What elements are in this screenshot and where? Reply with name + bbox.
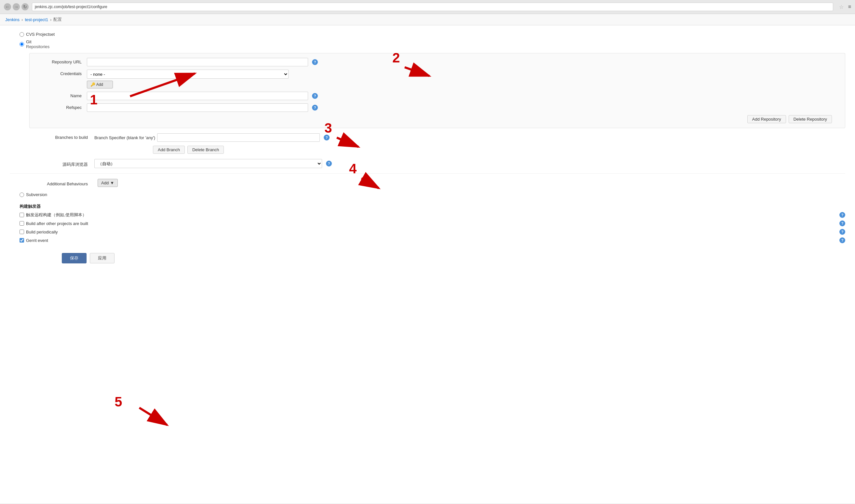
credentials-row: Credentials - none - 🔑 Add bbox=[35, 70, 840, 88]
branch-specifier-label: Branch Specifier (blank for 'any') bbox=[94, 135, 155, 140]
trigger-option4-checkbox[interactable] bbox=[19, 238, 24, 242]
forward-button[interactable]: → bbox=[13, 3, 20, 11]
branch-specifier-input[interactable]: $GERRIT_REFSPEC bbox=[157, 133, 320, 142]
branch-specifier-help-icon[interactable]: ? bbox=[324, 134, 330, 141]
breadcrumb-jenkins[interactable]: Jenkins bbox=[5, 17, 19, 22]
menu-icon[interactable]: ≡ bbox=[848, 4, 851, 10]
trigger-option3-label: Build periodically bbox=[26, 230, 58, 234]
name-content: ? bbox=[87, 92, 840, 100]
back-button[interactable]: ← bbox=[4, 3, 11, 11]
name-input[interactable] bbox=[87, 92, 308, 100]
branches-label: Branches to build bbox=[29, 133, 94, 140]
trigger-option2-help-icon[interactable]: ? bbox=[839, 220, 845, 226]
trigger-option4-help-icon[interactable]: ? bbox=[839, 237, 845, 243]
trigger-option1-label: 触发远程构建（例如,使用脚本） bbox=[26, 212, 87, 218]
add-behaviours-button[interactable]: Add ▼ bbox=[98, 179, 118, 187]
repo-url-row: Repository URL http://review.zjc.com:808… bbox=[35, 58, 840, 66]
git-option: Git Repositories bbox=[19, 39, 845, 49]
additional-behaviours-content: Add ▼ bbox=[98, 179, 118, 187]
repo-url-content: http://review.zjc.com:8082/p/test-projec… bbox=[87, 58, 840, 66]
main-content: 1 2 3 4 5 CVS Projects bbox=[0, 25, 855, 503]
refspec-content: refs/changes/*:refs/changes/* ? bbox=[87, 103, 840, 112]
svg-line-8 bbox=[139, 408, 167, 425]
apply-button[interactable]: 应用 bbox=[90, 253, 115, 264]
trigger-option1-row: 触发远程构建（例如,使用脚本） ? bbox=[19, 212, 845, 218]
git-repositories-block: Repository URL http://review.zjc.com:808… bbox=[29, 53, 845, 128]
repo-url-help-icon[interactable]: ? bbox=[312, 59, 318, 65]
branches-content: Branch Specifier (blank for 'any') $GERR… bbox=[94, 133, 845, 154]
delete-repository-button[interactable]: Delete Repository bbox=[789, 115, 832, 123]
name-label: Name bbox=[35, 92, 87, 98]
add-credentials-button[interactable]: 🔑 Add bbox=[87, 80, 113, 88]
git-label: Git Repositories bbox=[26, 39, 50, 49]
repo-button-row: Add Repository Delete Repository bbox=[35, 115, 832, 123]
bookmark-icon[interactable]: ☆ bbox=[839, 4, 843, 10]
trigger-option3-help-icon[interactable]: ? bbox=[839, 229, 845, 235]
source-browser-label: 源码库浏览器 bbox=[29, 160, 94, 167]
trigger-option4-label: Gerrit event bbox=[26, 238, 48, 243]
add-branch-button[interactable]: Add Branch bbox=[153, 146, 185, 154]
trigger-option1-help-icon[interactable]: ? bbox=[839, 212, 845, 218]
trigger-option3-checkbox[interactable] bbox=[19, 230, 24, 234]
additional-behaviours-row: Additional Behaviours Add ▼ bbox=[29, 179, 845, 187]
git-radio[interactable] bbox=[19, 42, 24, 47]
trigger-option4-row: Gerrit event ? bbox=[19, 237, 845, 243]
additional-behaviours-label: Additional Behaviours bbox=[29, 180, 94, 186]
name-help-icon[interactable]: ? bbox=[312, 93, 318, 99]
triggers-title: 构建触发器 bbox=[19, 203, 845, 210]
refspec-label: Refspec bbox=[35, 103, 87, 110]
refresh-button[interactable]: ↻ bbox=[21, 3, 29, 11]
dropdown-arrow-icon: ▼ bbox=[110, 180, 114, 185]
address-bar[interactable]: jenkins.zjc.com/job/test-project1/config… bbox=[32, 3, 833, 11]
cvs-option: CVS Projectset bbox=[19, 32, 845, 37]
nav-buttons: ← → ↻ bbox=[4, 3, 29, 11]
svn-label: Subversion bbox=[26, 192, 47, 197]
source-browser-row: 源码库浏览器 （自动） ? bbox=[29, 159, 845, 168]
branch-specifier-row: Branch Specifier (blank for 'any') $GERR… bbox=[94, 133, 845, 142]
triggers-section: 构建触发器 触发远程构建（例如,使用脚本） ? Build after othe… bbox=[19, 203, 845, 243]
source-browser-content: （自动） ? bbox=[94, 159, 845, 168]
cvs-label: CVS Projectset bbox=[26, 32, 55, 37]
svg-text:5: 5 bbox=[115, 394, 122, 409]
credentials-content: - none - 🔑 Add bbox=[87, 70, 296, 88]
trigger-option1-checkbox[interactable] bbox=[19, 213, 24, 217]
browser-chrome: ← → ↻ jenkins.zjc.com/job/test-project1/… bbox=[0, 0, 855, 14]
delete-branch-button[interactable]: Delete Branch bbox=[187, 146, 224, 154]
breadcrumb: Jenkins › test-project1 › 配置 bbox=[0, 14, 855, 25]
source-browser-help-icon[interactable]: ? bbox=[326, 161, 332, 166]
svn-option: Subversion bbox=[19, 192, 845, 197]
save-row: 保存 应用 bbox=[10, 253, 845, 264]
svn-radio[interactable] bbox=[19, 193, 24, 197]
cvs-radio[interactable] bbox=[19, 32, 24, 37]
name-row: Name ? bbox=[35, 92, 840, 100]
trigger-option2-checkbox[interactable] bbox=[19, 221, 24, 226]
source-browser-select[interactable]: （自动） bbox=[94, 159, 322, 168]
refspec-row: Refspec refs/changes/*:refs/changes/* ? bbox=[35, 103, 840, 112]
refspec-input[interactable]: refs/changes/*:refs/changes/* bbox=[87, 103, 308, 112]
branch-button-row: Add Branch Delete Branch bbox=[153, 146, 845, 154]
repo-url-label: Repository URL bbox=[35, 58, 87, 65]
branches-row: Branches to build Branch Specifier (blan… bbox=[29, 133, 845, 154]
breadcrumb-project[interactable]: test-project1 bbox=[25, 17, 48, 22]
trigger-option3-row: Build periodically ? bbox=[19, 229, 845, 235]
save-button[interactable]: 保存 bbox=[62, 253, 87, 264]
trigger-option2-row: Build after other projects are built ? bbox=[19, 220, 845, 226]
credentials-label: Credentials bbox=[35, 70, 87, 76]
repo-url-input[interactable]: http://review.zjc.com:8082/p/test-projec… bbox=[87, 58, 308, 66]
add-repository-button[interactable]: Add Repository bbox=[747, 115, 786, 123]
scm-section: CVS Projectset Git Repositories Reposito… bbox=[10, 32, 845, 197]
refspec-help-icon[interactable]: ? bbox=[312, 105, 318, 111]
trigger-option2-label: Build after other projects are built bbox=[26, 221, 88, 226]
url-text: jenkins.zjc.com/job/test-project1/config… bbox=[35, 4, 107, 9]
credentials-select[interactable]: - none - bbox=[87, 70, 289, 79]
breadcrumb-page: 配置 bbox=[53, 17, 62, 22]
